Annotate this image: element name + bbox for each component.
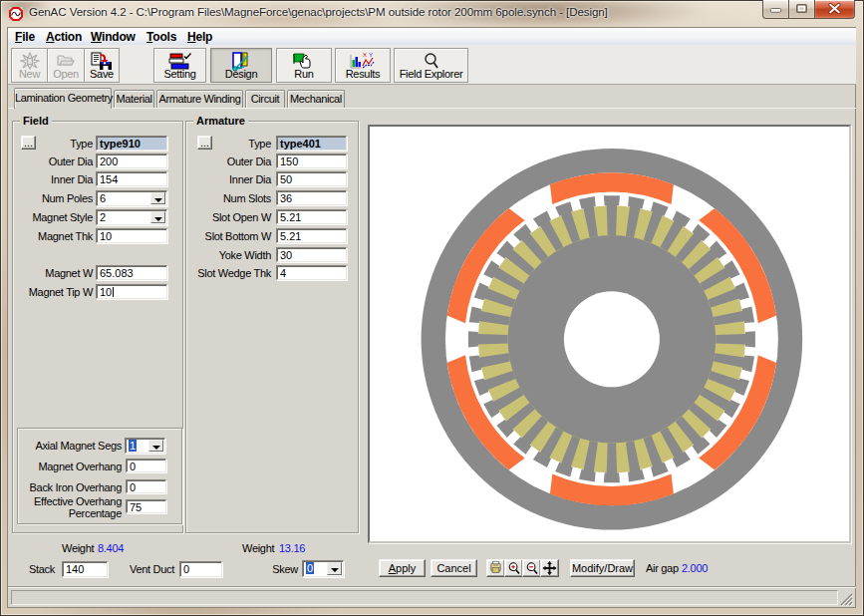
svg-text:X: X — [363, 52, 367, 58]
svg-text:Y: Y — [369, 52, 373, 58]
